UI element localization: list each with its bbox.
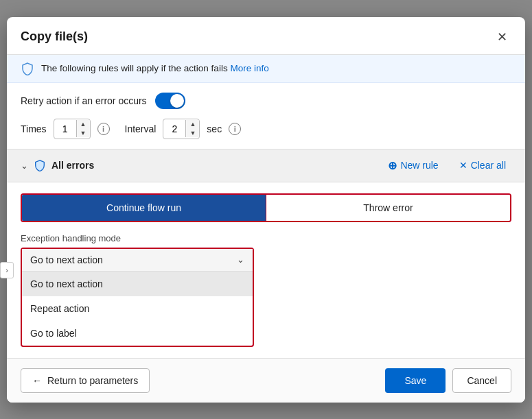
section-right: ⊕ New rule ✕ Clear all	[382, 156, 511, 175]
info-banner: The following rules will apply if the ac…	[7, 55, 525, 83]
section-left: ⌄ All errors	[21, 159, 94, 171]
toggle-knob	[170, 94, 184, 108]
times-up[interactable]: ▲	[77, 120, 90, 129]
main-content: Continue flow run Throw error Exception …	[7, 182, 525, 358]
collapse-arrow[interactable]: ›	[0, 262, 14, 278]
times-down[interactable]: ▼	[77, 129, 90, 138]
times-info-icon: i	[97, 123, 110, 135]
dropdown-item-repeat[interactable]: Repeat action	[22, 296, 253, 321]
dialog: Copy file(s) ✕ The following rules will …	[7, 17, 525, 403]
banner-text: The following rules will apply if the ac…	[41, 63, 269, 73]
dialog-footer: ← Return to parameters Save Cancel	[7, 358, 525, 403]
dropdown-list: Go to next action Repeat action Go to la…	[22, 271, 253, 346]
return-label: Return to parameters	[47, 375, 138, 386]
interval-arrows: ▲ ▼	[185, 120, 199, 138]
tab-group: Continue flow run Throw error	[21, 193, 511, 222]
close-button[interactable]: ✕	[493, 28, 511, 46]
plus-icon: ⊕	[388, 159, 397, 172]
new-rule-label: New rule	[400, 160, 438, 171]
times-label: Times	[21, 123, 47, 134]
throw-error-tab[interactable]: Throw error	[266, 195, 510, 221]
retry-toggle[interactable]	[155, 93, 185, 109]
interval-info-icon: i	[229, 123, 241, 135]
exception-label: Exception handling mode	[21, 233, 511, 243]
more-info-link[interactable]: More info	[230, 63, 268, 73]
dropdown-item-go-to-label[interactable]: Go to label	[22, 321, 253, 346]
retry-row: Retry action if an error occurs	[7, 83, 525, 119]
dialog-header: Copy file(s) ✕	[7, 17, 525, 55]
interval-down[interactable]: ▼	[186, 129, 199, 138]
shield-icon	[21, 62, 34, 75]
new-rule-button[interactable]: ⊕ New rule	[382, 156, 443, 175]
section-title: All errors	[51, 160, 94, 171]
interval-label: Interval	[125, 123, 157, 134]
selected-value: Go to next action	[30, 254, 103, 265]
interval-value[interactable]	[163, 123, 185, 134]
times-spinner[interactable]: ▲ ▼	[54, 119, 91, 139]
x-icon: ✕	[459, 160, 467, 171]
interval-up[interactable]: ▲	[186, 120, 199, 129]
cancel-button[interactable]: Cancel	[452, 368, 511, 393]
times-row: Times ▲ ▼ i Interval ▲ ▼ sec i	[7, 119, 525, 149]
section-shield-icon	[34, 159, 46, 171]
chevron-icon[interactable]: ⌄	[21, 160, 28, 171]
dropdown-selected[interactable]: Go to next action ⌄	[22, 249, 253, 271]
section-bar: ⌄ All errors ⊕ New rule ✕ Clear all	[7, 149, 525, 182]
footer-right: Save Cancel	[385, 368, 511, 393]
chevron-down-icon: ⌄	[237, 254, 244, 265]
dropdown-item-go-to-next[interactable]: Go to next action	[22, 272, 253, 296]
interval-spinner[interactable]: ▲ ▼	[163, 119, 200, 139]
dialog-title: Copy file(s)	[21, 29, 88, 44]
sec-label: sec	[207, 123, 222, 134]
times-arrows: ▲ ▼	[76, 120, 90, 138]
save-button[interactable]: Save	[385, 368, 446, 393]
continue-flow-tab[interactable]: Continue flow run	[22, 195, 266, 221]
retry-label: Retry action if an error occurs	[21, 95, 147, 106]
clear-all-label: Clear all	[471, 160, 506, 171]
arrow-left-icon: ←	[32, 375, 42, 386]
exception-dropdown[interactable]: Go to next action ⌄ Go to next action Re…	[21, 248, 254, 347]
times-value[interactable]	[54, 123, 76, 134]
clear-all-button[interactable]: ✕ Clear all	[454, 157, 511, 173]
return-to-parameters-button[interactable]: ← Return to parameters	[21, 368, 150, 393]
